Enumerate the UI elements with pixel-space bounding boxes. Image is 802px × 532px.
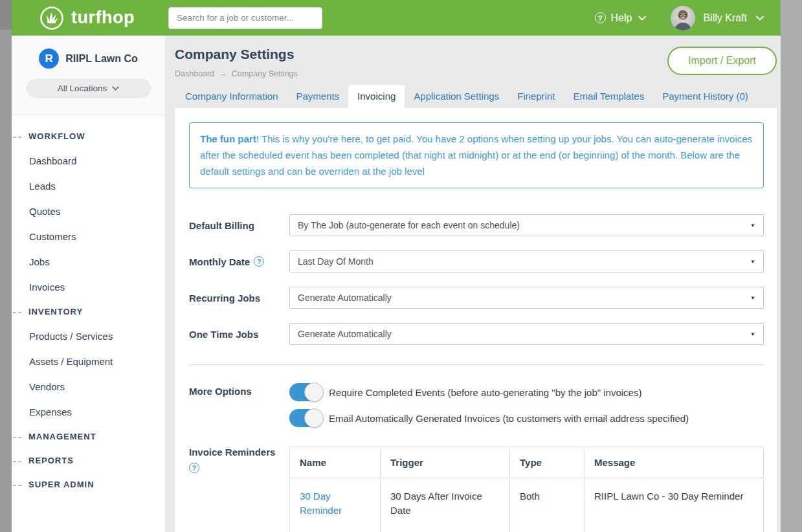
- column-header-message: Message: [585, 447, 764, 478]
- sidebar-item-expenses[interactable]: Expenses: [12, 399, 165, 425]
- tab-email-templates[interactable]: Email Templates: [564, 85, 653, 108]
- tab-payments[interactable]: Payments: [287, 85, 348, 108]
- company-selector[interactable]: R RIIPL Lawn Co: [12, 49, 165, 69]
- sidebar-section-workflow[interactable]: WORKFLOW: [12, 124, 165, 148]
- tab-bar: Company InformationPaymentsInvoicingAppl…: [165, 78, 781, 108]
- select-value: By The Job (auto-generate for each event…: [298, 220, 750, 230]
- caret-down-icon: ▼: [750, 223, 755, 228]
- sidebar-item-assets-equipment[interactable]: Assets / Equipment: [12, 349, 165, 374]
- location-label: All Locations: [58, 83, 107, 93]
- tab-invoicing[interactable]: Invoicing: [348, 85, 405, 108]
- select-value: Generate Automatically: [298, 329, 750, 339]
- column-header-name: Name: [290, 447, 381, 478]
- field-label-recurring-jobs: Recurring Jobs: [189, 293, 289, 304]
- more-options-label: More Options: [189, 383, 289, 397]
- help-label: Help: [611, 12, 632, 24]
- help-icon[interactable]: ?: [189, 463, 199, 473]
- sidebar-section-super-admin[interactable]: SUPER ADMIN: [12, 472, 165, 496]
- avatar: [671, 6, 695, 30]
- field-row-one-time-jobs: One Time JobsGenerate Automatically▼: [189, 323, 764, 345]
- main-content: Company Settings Dashboard → Company Set…: [165, 36, 781, 532]
- tab-application-settings[interactable]: Application Settings: [405, 85, 508, 108]
- sidebar-item-quotes[interactable]: Quotes: [12, 199, 165, 224]
- tab-fineprint[interactable]: Fineprint: [508, 85, 564, 108]
- select-default-billing[interactable]: By The Job (auto-generate for each event…: [289, 214, 764, 236]
- caret-down-icon: ▼: [750, 259, 755, 265]
- import-export-button[interactable]: Import / Export: [667, 47, 777, 75]
- field-label-text: Monthly Date: [189, 256, 250, 267]
- select-one-time-jobs[interactable]: Generate Automatically▼: [289, 323, 764, 345]
- sidebar-item-customers[interactable]: Customers: [12, 224, 165, 249]
- reminders-table: NameTriggerTypeMessage 30 Day Reminder30…: [289, 447, 764, 532]
- sidebar-item-jobs[interactable]: Jobs: [12, 249, 165, 274]
- search-input[interactable]: [168, 7, 322, 29]
- sidebar-item-leads[interactable]: Leads: [12, 173, 165, 199]
- cell-message: RIIPL Lawn Co - 30 Day Reminder: [585, 478, 764, 532]
- sidebar-item-products-services[interactable]: Products / Services: [12, 324, 165, 349]
- brand-logo[interactable]: turfhop: [39, 5, 135, 31]
- help-menu[interactable]: ? Help: [595, 12, 647, 24]
- select-value: Generate Automatically: [298, 293, 750, 303]
- breadcrumb-arrow-icon: →: [219, 69, 227, 78]
- table-row: 30 Day Reminder30 Days After Invoice Dat…: [290, 478, 764, 532]
- window-left-scrollbar[interactable]: [0, 0, 12, 532]
- tab-payment-history-0[interactable]: Payment History (0): [653, 85, 757, 108]
- app-window: turfhop ? Help: [12, 0, 781, 532]
- reminder-link-30-day-reminder[interactable]: 30 Day Reminder: [300, 491, 342, 516]
- reminders-header-row: NameTriggerTypeMessage: [290, 447, 764, 478]
- cell-type: Both: [510, 478, 585, 532]
- field-row-monthly-date: Monthly Date?Last Day Of Month▼: [189, 250, 764, 272]
- reminders-body: 30 Day Reminder30 Days After Invoice Dat…: [290, 478, 764, 532]
- column-header-type: Type: [510, 447, 585, 478]
- select-recurring-jobs[interactable]: Generate Automatically▼: [289, 287, 764, 309]
- field-label-text: Default Billing: [189, 220, 254, 231]
- field-row-recurring-jobs: Recurring JobsGenerate Automatically▼: [189, 287, 764, 309]
- breadcrumb: Dashboard → Company Settings: [175, 69, 298, 78]
- field-label-monthly-date: Monthly Date?: [189, 256, 289, 267]
- window-right-scrollbar[interactable]: [781, 0, 802, 532]
- sidebar-section-inventory[interactable]: INVENTORY: [12, 300, 165, 324]
- sidebar-section-management[interactable]: MANAGEMENT: [12, 425, 165, 449]
- company-name: RIIPL Lawn Co: [65, 53, 138, 65]
- toggle-row: Email Automatically Generated Invoices (…: [289, 409, 764, 427]
- breadcrumb-dashboard[interactable]: Dashboard: [175, 69, 214, 78]
- location-selector[interactable]: All Locations: [27, 79, 151, 98]
- invoice-reminders-section: Invoice Reminders ? NameTriggerTypeMessa…: [189, 447, 764, 532]
- column-header-trigger: Trigger: [381, 447, 510, 478]
- page-header: Company Settings Dashboard → Company Set…: [165, 36, 781, 78]
- info-text: ! This is why you're here, to get paid. …: [200, 133, 752, 177]
- toggle-knob: [304, 408, 324, 428]
- chevron-down-icon: [638, 16, 646, 21]
- tab-company-information[interactable]: Company Information: [176, 85, 287, 108]
- field-label-text: One Time Jobs: [189, 329, 258, 340]
- caret-down-icon: ▼: [750, 331, 755, 337]
- toggle-list: Require Completed Events (before auto-ge…: [289, 383, 764, 427]
- sidebar-section-reports[interactable]: REPORTS: [12, 449, 165, 472]
- cell-name: 30 Day Reminder: [290, 478, 381, 532]
- user-menu[interactable]: Billy Kraft: [671, 6, 764, 30]
- chevron-down-icon: [756, 16, 764, 21]
- scrollbar-thumb[interactable]: [0, 0, 12, 30]
- toggle-label: Require Completed Events (before auto-ge…: [329, 387, 641, 398]
- grass-logo-icon: [39, 5, 65, 31]
- more-options-row: More Options Require Completed Events (b…: [189, 383, 764, 427]
- sidebar-item-invoices[interactable]: Invoices: [12, 274, 165, 300]
- help-icon: ?: [595, 12, 606, 23]
- field-label-one-time-jobs: One Time Jobs: [189, 329, 289, 340]
- select-monthly-date[interactable]: Last Day Of Month▼: [289, 250, 764, 272]
- invoice-reminders-label-block: Invoice Reminders ?: [189, 447, 289, 473]
- section-divider: [189, 364, 764, 365]
- sidebar-nav: WORKFLOWDashboardLeadsQuotesCustomersJob…: [12, 115, 165, 496]
- settings-fields: Default BillingBy The Job (auto-generate…: [189, 214, 764, 345]
- sidebar-item-vendors[interactable]: Vendors: [12, 374, 165, 399]
- toggle-switch[interactable]: [289, 409, 322, 427]
- topbar-right: ? Help Billy Kraft: [595, 6, 764, 30]
- info-lead: The fun part: [200, 133, 256, 144]
- help-icon[interactable]: ?: [254, 256, 264, 267]
- field-label-text: Recurring Jobs: [189, 293, 260, 304]
- toggle-switch[interactable]: [289, 383, 322, 401]
- sidebar-item-dashboard[interactable]: Dashboard: [12, 148, 165, 173]
- company-logo: R: [39, 49, 59, 69]
- toggle-knob: [304, 382, 324, 402]
- caret-down-icon: ▼: [750, 295, 755, 301]
